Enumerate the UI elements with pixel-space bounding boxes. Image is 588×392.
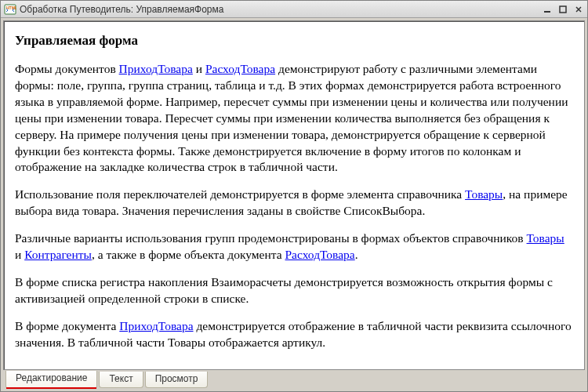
paragraph-4: В форме списка регистра накопления Взаим… [15,274,573,307]
page-heading: Управляемая форма [15,32,573,50]
paragraph-5: В форме документа ПриходТовара демонстри… [15,318,573,351]
tab-text[interactable]: Текст [99,372,143,388]
close-button[interactable] [572,3,586,16]
window-title: Обработка Путеводитель: УправляемаяФорма [20,4,540,15]
app-window: HTML Обработка Путеводитель: Управляемая… [0,0,588,392]
window-controls [540,3,586,16]
link-prihod-tovara[interactable]: ПриходТовара [119,62,193,75]
link-prihod-tovara-2[interactable]: ПриходТовара [119,319,193,332]
link-tovary[interactable]: Товары [465,187,503,201]
tab-edit[interactable]: Редактирование [5,371,97,389]
paragraph-1: Формы документов ПриходТовара и РасходТо… [15,61,573,176]
document-body[interactable]: Управляемая форма Формы документов Прихо… [4,21,584,369]
link-kontragenty[interactable]: Контрагенты [24,248,92,261]
paragraph-3: Различные варианты использования групп п… [15,230,573,263]
app-icon: HTML [4,3,16,16]
bottom-tabbar: Редактирование Текст Просмотр [1,372,587,391]
titlebar: HTML Обработка Путеводитель: Управляемая… [1,1,587,18]
content-wrapper: Управляемая форма Формы документов Прихо… [1,18,587,372]
paragraph-2: Использование поля переключателей демонс… [15,187,573,220]
link-rashod-tovara[interactable]: РасходТовара [205,62,275,75]
svg-rect-2 [544,11,550,13]
maximize-button[interactable] [556,3,570,16]
svg-rect-3 [560,6,566,13]
svg-text:HTML: HTML [6,5,16,10]
tab-preview[interactable]: Просмотр [145,372,209,388]
link-rashod-tovara-2[interactable]: РасходТовара [285,248,355,261]
minimize-button[interactable] [540,3,554,16]
link-tovary-2[interactable]: Товары [527,231,564,245]
content-border: Управляемая форма Формы документов Прихо… [3,20,585,370]
